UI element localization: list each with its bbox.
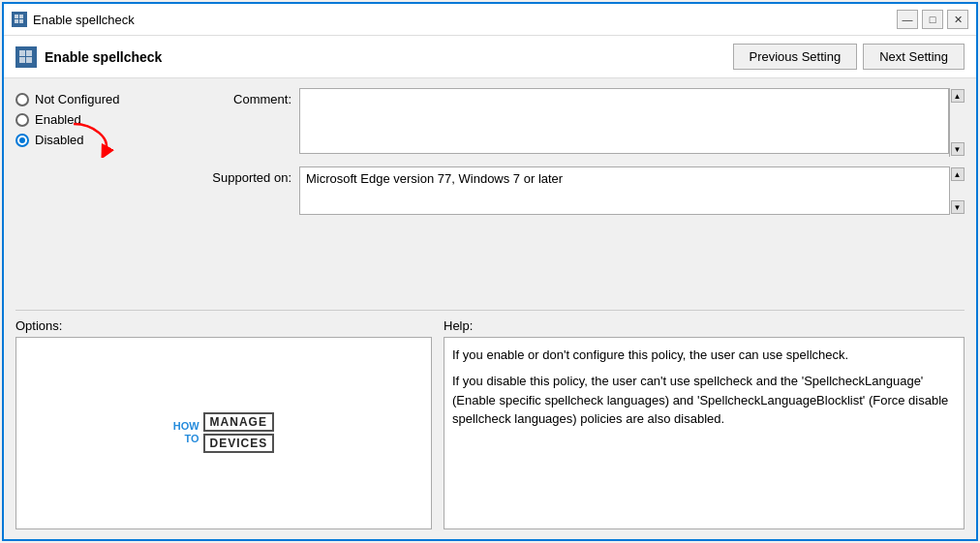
scroll-up-arrow[interactable]: ▲: [951, 89, 965, 103]
not-configured-radio[interactable]: [15, 93, 29, 106]
not-configured-option[interactable]: Not Configured: [15, 92, 195, 106]
supported-label: Supported on:: [195, 166, 291, 185]
main-content: Not Configured Enabled Disabled: [4, 78, 976, 310]
help-paragraph-2: If you disable this policy, the user can…: [452, 372, 956, 429]
svg-rect-2: [19, 15, 23, 18]
minimize-button[interactable]: —: [897, 10, 918, 29]
title-bar: Enable spellcheck — □ ✕: [4, 4, 976, 36]
watermark-manage: MANAGE: [203, 412, 275, 432]
supported-row: Supported on: Microsoft Edge version 77,…: [195, 166, 965, 215]
watermark: HOW TO MANAGE DEVICES: [173, 412, 275, 453]
comment-label: Comment:: [195, 88, 291, 106]
enabled-option[interactable]: Enabled: [15, 112, 195, 127]
watermark-how: HOW: [173, 420, 199, 433]
supported-scroll-up[interactable]: ▲: [951, 167, 965, 181]
header-bar: Enable spellcheck Previous Setting Next …: [4, 36, 976, 78]
header-left: Enable spellcheck: [15, 46, 162, 68]
close-button[interactable]: ✕: [947, 10, 968, 29]
next-setting-button[interactable]: Next Setting: [863, 44, 965, 70]
help-paragraph-1: If you enable or don't configure this po…: [452, 346, 956, 365]
not-configured-label: Not Configured: [35, 92, 119, 106]
help-panel: Help: If you enable or don't configure t…: [444, 318, 965, 530]
svg-rect-3: [15, 19, 18, 23]
help-box: If you enable or don't configure this po…: [444, 337, 965, 530]
supported-text: Microsoft Edge version 77, Windows 7 or …: [306, 171, 563, 186]
svg-rect-7: [26, 50, 32, 56]
app-icon: [12, 12, 27, 27]
comment-row: Comment: ▲ ▼: [195, 88, 965, 157]
previous-setting-button[interactable]: Previous Setting: [733, 44, 858, 70]
supported-scroll-down[interactable]: ▼: [951, 200, 965, 214]
svg-rect-9: [26, 57, 32, 63]
options-panel: Options: HOW TO MANAGE DEVICES: [15, 318, 432, 530]
enabled-label: Enabled: [35, 112, 81, 127]
title-bar-left: Enable spellcheck: [12, 12, 135, 27]
svg-rect-1: [15, 15, 18, 18]
bottom-section: Options: HOW TO MANAGE DEVICES: [4, 311, 976, 540]
maximize-button[interactable]: □: [922, 10, 943, 29]
supported-value: Microsoft Edge version 77, Windows 7 or …: [299, 166, 965, 215]
header-icon: [15, 46, 37, 68]
svg-rect-8: [19, 57, 25, 63]
header-title: Enable spellcheck: [45, 49, 162, 65]
comment-field-container: ▲ ▼: [299, 88, 965, 157]
supported-scrollbar: ▲ ▼: [949, 166, 965, 215]
scroll-down-arrow[interactable]: ▼: [951, 142, 965, 156]
svg-rect-4: [19, 19, 23, 23]
window-controls: — □ ✕: [897, 10, 968, 29]
watermark-devices: DEVICES: [203, 434, 275, 453]
left-panel: Not Configured Enabled Disabled: [15, 88, 195, 300]
enabled-radio[interactable]: [15, 113, 29, 127]
disabled-label: Disabled: [35, 133, 84, 147]
watermark-to: TO: [185, 433, 199, 445]
comment-input[interactable]: [299, 88, 949, 154]
main-window: Enable spellcheck — □ ✕ Enable spellchec…: [2, 2, 978, 541]
disabled-radio[interactable]: [15, 134, 29, 147]
window-title: Enable spellcheck: [33, 13, 135, 27]
svg-rect-6: [19, 50, 25, 56]
header-buttons: Previous Setting Next Setting: [733, 44, 965, 70]
options-box: HOW TO MANAGE DEVICES: [15, 337, 432, 530]
comment-scrollbar: ▲ ▼: [949, 88, 965, 157]
options-label: Options:: [15, 318, 432, 333]
help-label: Help:: [444, 318, 965, 333]
right-panel: Comment: ▲ ▼ Supported on: Microsoft Edg…: [195, 88, 965, 300]
disabled-option[interactable]: Disabled: [15, 133, 195, 147]
